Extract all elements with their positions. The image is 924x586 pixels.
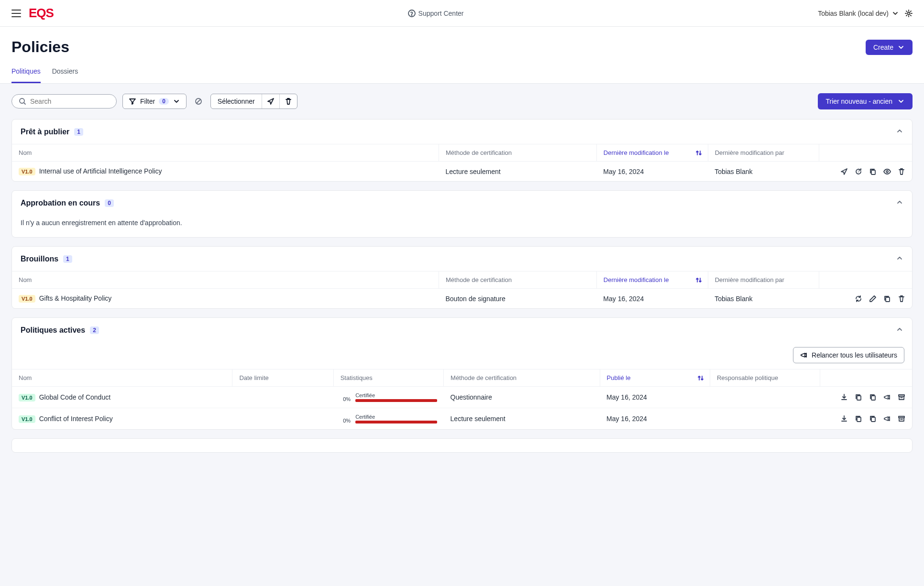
col-owner[interactable]: Responsable politique — [710, 369, 820, 387]
tabs: Politiques Dossiers — [0, 62, 924, 84]
row-delete-button[interactable] — [898, 168, 905, 175]
megaphone-icon — [800, 351, 808, 359]
archive-icon — [898, 393, 905, 401]
row-refresh-button[interactable] — [855, 295, 862, 303]
sort-button[interactable]: Trier nouveau - ancien — [818, 93, 913, 109]
filter-button[interactable]: Filter 0 — [122, 94, 187, 109]
clear-filter-button[interactable] — [192, 95, 205, 108]
cell-date: May 16, 2024 — [600, 408, 710, 430]
col-actions — [820, 369, 912, 387]
col-method[interactable]: Méthode de certification — [444, 369, 600, 387]
row-copy-button[interactable] — [869, 168, 877, 175]
chevron-down-icon — [173, 98, 180, 105]
refresh-q-icon — [855, 168, 862, 175]
col-method[interactable]: Méthode de certification — [439, 144, 597, 162]
row-edit-button[interactable] — [869, 295, 877, 303]
chevron-down-icon — [891, 10, 899, 17]
version-badge: V1.0 — [19, 295, 35, 303]
col-name[interactable]: Nom — [12, 144, 439, 162]
section-count: 2 — [90, 326, 99, 334]
section-title: Approbation en cours — [21, 199, 100, 207]
sort-icon — [695, 149, 703, 157]
stat-bar — [355, 399, 437, 402]
collapse-toggle[interactable] — [896, 326, 903, 335]
row-remind-button[interactable] — [883, 415, 891, 423]
table-row[interactable]: V1.0Internal use of Artificial Intellige… — [12, 162, 912, 182]
user-label: Tobias Blank (local dev) — [818, 10, 889, 17]
create-button[interactable]: Create — [866, 40, 913, 55]
collapse-toggle[interactable] — [896, 198, 903, 207]
row-archive-button[interactable] — [898, 393, 905, 401]
row-remind-button[interactable] — [883, 393, 891, 401]
row-archive-button[interactable] — [898, 415, 905, 423]
cell-method: Lecture seulement — [439, 162, 597, 182]
row-copy-button[interactable] — [883, 295, 891, 303]
bulk-delete-button[interactable] — [280, 94, 297, 109]
row-revert-button[interactable] — [855, 168, 862, 175]
download-icon — [840, 393, 848, 401]
stat-label: Certifiée — [355, 414, 437, 420]
tab-folders[interactable]: Dossiers — [52, 62, 78, 83]
copy-icon — [869, 393, 877, 401]
menu-toggle[interactable] — [11, 10, 21, 17]
section-title: Brouillons — [21, 255, 58, 263]
settings-icon[interactable] — [905, 10, 913, 17]
copy-icon — [855, 415, 862, 423]
cell-method: Lecture seulement — [444, 408, 600, 430]
col-modified-on[interactable]: Dernière modification le — [596, 271, 708, 289]
row-download-button[interactable] — [840, 415, 848, 423]
collapse-toggle[interactable] — [896, 254, 903, 263]
app-header: EQS Support Center Tobias Blank (local d… — [0, 0, 924, 27]
select-button[interactable]: Sélectionner — [211, 94, 262, 109]
section-ready: Prêt à publier 1 Nom Méthode de certific… — [11, 119, 913, 182]
col-stats[interactable]: Statistiques — [333, 369, 443, 387]
col-modified-by[interactable]: Dernière modification par — [708, 144, 819, 162]
row-download-button[interactable] — [840, 393, 848, 401]
bulk-send-button[interactable] — [262, 94, 280, 109]
search-input[interactable] — [30, 98, 114, 105]
filter-count-badge: 0 — [159, 98, 169, 105]
cell-date: May 16, 2024 — [596, 289, 708, 309]
page-title: Policies — [11, 38, 69, 56]
user-menu[interactable]: Tobias Blank (local dev) — [818, 10, 899, 17]
col-modified-by[interactable]: Dernière modification par — [708, 271, 819, 289]
cell-owner — [710, 408, 820, 430]
row-view-button[interactable] — [883, 168, 891, 175]
section-active: Politiques actives 2 Relancer tous les u… — [11, 317, 913, 430]
tab-policies[interactable]: Politiques — [11, 62, 41, 83]
row-duplicate-button[interactable] — [869, 393, 877, 401]
edit-icon — [869, 295, 877, 303]
table-row[interactable]: V1.0Conflict of Interest Policy 0% Certi… — [12, 408, 912, 430]
search-box[interactable] — [11, 94, 117, 109]
cell-user: Tobias Blank — [708, 289, 819, 309]
col-actions — [819, 271, 912, 289]
section-title: Prêt à publier — [21, 128, 69, 136]
col-deadline[interactable]: Date limite — [232, 369, 333, 387]
col-name[interactable]: Nom — [12, 271, 439, 289]
cell-user: Tobias Blank — [708, 162, 819, 182]
policy-name: Global Code of Conduct — [39, 393, 110, 401]
row-delete-button[interactable] — [898, 295, 905, 303]
section-count: 0 — [105, 199, 114, 207]
col-modified-on[interactable]: Dernière modification le — [596, 144, 708, 162]
collapse-toggle[interactable] — [896, 127, 903, 136]
trash-icon — [285, 98, 292, 105]
refresh-icon — [855, 295, 862, 303]
row-duplicate-button[interactable] — [869, 415, 877, 423]
copy-icon — [883, 295, 891, 303]
col-name[interactable]: Nom — [12, 369, 232, 387]
section-count: 1 — [63, 255, 72, 263]
toolbar: Filter 0 Sélectionner Trier nouveau - an… — [11, 84, 913, 119]
support-center-link[interactable]: Support Center — [418, 10, 464, 17]
remind-all-button[interactable]: Relancer tous les utilisateurs — [793, 347, 904, 363]
table-row[interactable]: V1.0Gifts & Hospitality Policy Bouton de… — [12, 289, 912, 309]
col-published-on[interactable]: Publié le — [600, 369, 710, 387]
version-badge: V1.0 — [19, 394, 35, 402]
table-row[interactable]: V1.0Global Code of Conduct 0% Certifiée … — [12, 387, 912, 408]
col-method[interactable]: Méthode de certification — [439, 271, 597, 289]
row-send-button[interactable] — [840, 168, 848, 175]
row-copy-button[interactable] — [855, 415, 862, 423]
stat-bar — [355, 421, 437, 423]
row-copy-button[interactable] — [855, 393, 862, 401]
cell-date: May 16, 2024 — [596, 162, 708, 182]
